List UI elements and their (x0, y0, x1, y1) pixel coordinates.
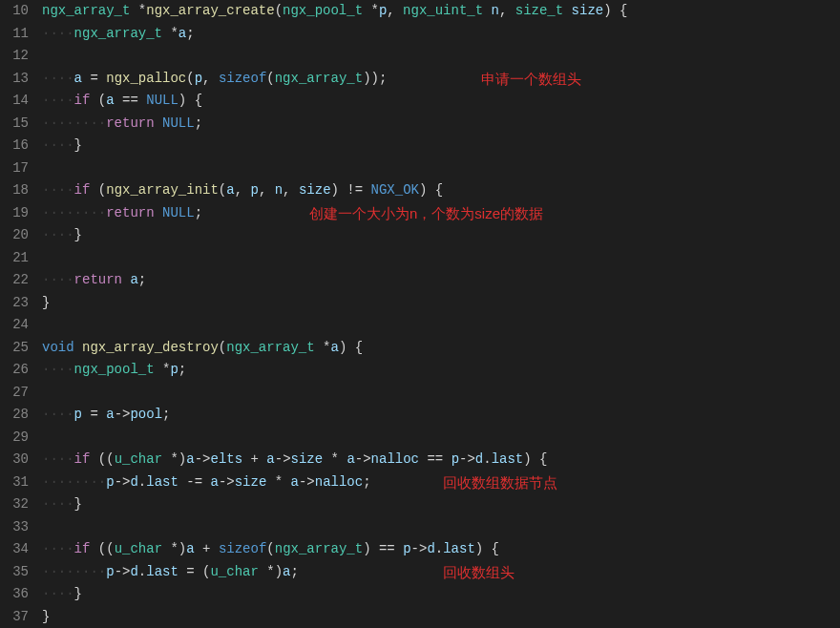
whitespace-guide: ···· (42, 182, 74, 198)
token-id: last (443, 541, 475, 556)
token-op: -= (178, 474, 211, 490)
token-op: -> (115, 474, 131, 490)
token-ty: ngx_array_t (42, 3, 130, 18)
token-pn: ( (266, 541, 274, 556)
line-number: 19 (8, 202, 29, 225)
token-op: (( (90, 541, 114, 556)
code-line[interactable]: ········p->d.last -= a->size * a->nalloc… (42, 471, 832, 494)
line-number: 27 (8, 382, 29, 405)
token-id: d (475, 451, 483, 467)
code-line[interactable]: ········p->d.last = (u_char *)a; (42, 561, 832, 584)
line-number: 22 (8, 269, 29, 292)
token-op: + (242, 451, 266, 467)
code-line[interactable]: ····if (a == NULL) { (42, 90, 832, 113)
token-op: * (323, 451, 346, 467)
code-line[interactable]: } (42, 606, 832, 629)
token-pn: ) == (363, 541, 403, 556)
token-mc: NGX_OK (371, 182, 419, 198)
code-line[interactable]: ····if ((u_char *)a->elts + a->size * a-… (42, 449, 832, 471)
code-line[interactable]: ····return a; (42, 269, 832, 292)
token-id: n (275, 182, 283, 198)
code-line[interactable] (42, 382, 832, 405)
token-ty: size_t (515, 3, 563, 18)
code-line[interactable] (42, 314, 832, 337)
token-kw: sizeof (219, 541, 266, 556)
token-id: a (106, 407, 114, 422)
token-op (155, 205, 162, 220)
token-id: nalloc (315, 474, 363, 490)
line-number: 23 (8, 292, 29, 315)
token-id: size (572, 3, 604, 18)
code-line[interactable]: ····p = a->pool; (42, 404, 832, 427)
code-line[interactable] (42, 157, 832, 180)
token-pn: , (235, 182, 251, 198)
token-op: == (115, 93, 147, 108)
token-id: a (106, 93, 114, 108)
token-kwr: return (74, 272, 122, 287)
line-number: 20 (8, 224, 29, 247)
whitespace-guide: ···· (42, 71, 74, 86)
annotation: 回收数组头 (443, 561, 514, 584)
token-op: * (315, 340, 331, 355)
code-line[interactable] (42, 45, 832, 68)
token-op: -> (195, 451, 211, 467)
code-line[interactable]: } (42, 292, 832, 315)
code-line[interactable]: ····if ((u_char *)a + sizeof(ngx_array_t… (42, 538, 832, 561)
code-line[interactable] (42, 516, 832, 539)
token-kwr: return (106, 115, 154, 131)
token-pn: ; (291, 564, 299, 579)
token-ty: ngx_array_t (226, 340, 314, 355)
token-ty: ngx_array_t (275, 541, 363, 556)
line-number: 14 (8, 90, 29, 113)
token-ty: ngx_uint_t (403, 3, 483, 18)
token-pn: } (42, 295, 50, 310)
code-line[interactable]: ········return NULL; (42, 113, 832, 136)
code-area[interactable]: ngx_array_t *ngx_array_create(ngx_pool_t… (42, 0, 840, 628)
token-ty: u_char (210, 564, 258, 579)
code-line[interactable]: ····} (42, 224, 832, 247)
token-pn: , (499, 3, 515, 18)
line-number: 32 (8, 493, 29, 516)
token-id: a (130, 272, 137, 287)
token-pn: ) { (178, 93, 202, 108)
line-number: 13 (8, 68, 29, 91)
code-line[interactable]: ····ngx_pool_t *p; (42, 359, 832, 382)
token-id: last (146, 564, 178, 579)
token-mc: NULL (146, 93, 178, 108)
whitespace-guide: ···· (42, 496, 74, 512)
code-line[interactable]: ····a = ngx_palloc(p, sizeof(ngx_array_t… (42, 68, 832, 91)
code-line[interactable]: void ngx_array_destroy(ngx_array_t *a) { (42, 337, 832, 360)
token-mc: NULL (162, 205, 195, 220)
code-line[interactable] (42, 427, 832, 450)
code-line[interactable]: ····} (42, 583, 832, 606)
token-pn: ; (162, 407, 170, 422)
token-kwr: if (74, 93, 91, 108)
token-op: -> (115, 407, 131, 422)
token-pn: ) != (331, 182, 371, 198)
token-fn: ngx_array_create (146, 3, 274, 18)
token-op: . (483, 451, 491, 467)
line-number: 24 (8, 314, 29, 337)
code-line[interactable]: ····ngx_array_t *a; (42, 23, 832, 46)
code-line[interactable]: ····} (42, 135, 832, 157)
token-op: -> (411, 541, 428, 556)
token-op: * (130, 3, 146, 18)
code-line[interactable]: ngx_array_t *ngx_array_create(ngx_pool_t… (42, 0, 832, 23)
code-editor[interactable]: 1011121314151617181920212223242526272829… (0, 0, 840, 628)
code-line[interactable] (42, 247, 832, 270)
token-id: a (266, 451, 274, 467)
line-number: 30 (8, 449, 29, 471)
token-op: ( (90, 182, 106, 198)
token-pn: ; (195, 205, 202, 220)
token-id: nalloc (371, 451, 419, 467)
token-id: a (283, 564, 290, 579)
whitespace-guide: ········ (42, 564, 106, 579)
code-line[interactable]: ····} (42, 493, 832, 516)
token-id: p (74, 407, 82, 422)
token-id: a (291, 474, 299, 490)
token-kwr: return (106, 205, 154, 220)
line-number: 34 (8, 538, 29, 561)
token-pn: , (259, 182, 275, 198)
code-line[interactable]: ····if (ngx_array_init(a, p, n, size) !=… (42, 179, 832, 202)
token-id: d (130, 564, 137, 579)
